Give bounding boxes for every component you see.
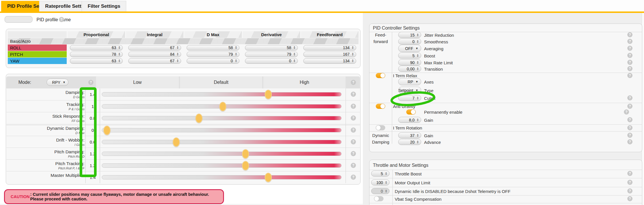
transition-input[interactable]: 0,00▲▼ [398,66,421,72]
drift-wobble-slider-track[interactable] [102,140,342,144]
help-icon[interactable] [88,80,93,85]
tracking-slider-track[interactable] [102,104,342,109]
roll-i-input[interactable]: 67▲▼ [128,45,181,51]
roll-p-input[interactable]: 63▲▼ [70,45,123,51]
slider-thumb[interactable] [265,90,272,99]
spinner-icon[interactable]: ▲▼ [417,134,419,137]
help-icon[interactable] [627,125,632,130]
help-icon[interactable] [627,139,632,144]
spinner-icon[interactable]: ▲▼ [417,40,419,43]
help-icon[interactable] [627,171,632,176]
spinner-icon[interactable]: ▲▼ [118,53,120,56]
pitch-tracking-slider-track[interactable] [102,163,342,168]
spinner-icon[interactable]: ▲▼ [417,96,419,100]
yaw-i-input[interactable]: 67▲▼ [128,58,181,64]
smoothness-input[interactable]: 0▲▼ [398,38,421,45]
spinner-icon[interactable]: ▲▼ [417,140,419,144]
yaw-p-input[interactable]: 63▲▼ [70,58,123,64]
slider-mode-select[interactable]: RPY▼ [47,79,68,86]
spinner-icon[interactable]: ▲▼ [417,61,419,64]
spinner-icon[interactable]: ▲▼ [385,172,387,175]
dynamic-damping-slider-track[interactable] [102,128,342,132]
help-icon[interactable] [351,104,356,109]
roll-d-input[interactable]: 58▲▼ [245,45,298,51]
roll-ff-input[interactable]: 134▲▼ [303,45,356,51]
pitch-p-input[interactable]: 78▲▼ [70,52,123,57]
spinner-icon[interactable]: ▲▼ [385,181,387,184]
slider-thumb[interactable] [172,137,180,147]
help-icon[interactable] [627,104,632,109]
pitch-d-input[interactable]: 79▲▼ [245,52,298,57]
damping-slider-track[interactable] [102,92,342,96]
throttle-boost-input[interactable]: 5▲▼ [371,171,390,177]
spinner-icon[interactable]: ▲▼ [235,53,237,56]
stick-response-slider-track[interactable] [102,116,342,120]
spinner-icon[interactable]: ▲▼ [177,59,179,63]
anti-gravity-toggle[interactable] [376,104,385,109]
iterm-relax-cutoff-input[interactable]: 7▲▼ [398,95,421,101]
yaw-ff-input[interactable]: 134▲▼ [303,58,356,64]
slider-thumb[interactable] [265,173,272,182]
spinner-icon[interactable]: ▲▼ [118,46,120,49]
slider-thumb[interactable] [103,125,110,135]
dynamic-damping-gain-input[interactable]: 37▲▼ [398,132,421,138]
spinner-icon[interactable]: ▲▼ [293,53,296,56]
slider-thumb[interactable] [242,161,249,170]
yaw-d-input[interactable]: 0▲▼ [245,58,298,64]
help-icon[interactable] [627,60,632,65]
help-icon[interactable] [627,73,632,78]
pitch-ff-input[interactable]: 167▲▼ [303,52,356,57]
spinner-icon[interactable]: ▲▼ [417,118,419,122]
slider-thumb[interactable] [195,113,202,123]
spinner-icon[interactable]: ▲▼ [118,59,120,63]
spinner-icon[interactable]: ▲▼ [177,53,179,56]
spinner-icon[interactable]: ▲▼ [352,53,354,56]
anti-gravity-gain-input[interactable]: 8,0▲▼ [398,117,421,123]
iterm-relax-axes-select[interactable]: RP▼ [398,78,421,85]
spinner-icon[interactable]: ▲▼ [235,59,237,63]
help-icon[interactable] [627,32,632,37]
max-rate-limit-input[interactable]: 90▲▼ [398,59,421,65]
spinner-icon[interactable]: ▲▼ [235,46,237,49]
pitch-dmax-input[interactable]: 79▲▼ [187,52,239,57]
motor-output-limit-input[interactable]: 100▲▼ [371,179,390,185]
iterm-rotation-toggle[interactable] [376,125,385,130]
spinner-icon[interactable]: ▲▼ [293,46,296,49]
spinner-icon[interactable]: ▲▼ [352,59,354,63]
help-icon[interactable] [627,188,632,194]
vbat-sag-compensation-toggle[interactable] [374,196,384,201]
spinner-icon[interactable]: ▲▼ [417,67,419,71]
help-icon[interactable] [351,151,356,156]
help-icon[interactable] [624,109,629,115]
help-icon[interactable] [627,196,632,201]
spinner-icon[interactable]: ▲▼ [417,33,419,37]
spinner-icon[interactable]: ▲▼ [352,46,354,49]
help-icon[interactable] [351,127,356,133]
help-icon[interactable] [351,115,356,121]
tab-filter-settings[interactable]: Filter Settings [82,1,126,11]
boost-input[interactable]: 5▲▼ [398,53,421,59]
help-icon[interactable] [351,92,356,97]
pitch-damping-slider-track[interactable] [102,152,342,156]
slider-thumb[interactable] [242,149,249,158]
pid-profile-name-input[interactable] [5,16,32,23]
dynamic-damping-advance-input[interactable]: 20▲▼ [398,139,421,145]
help-icon[interactable] [627,95,632,100]
iterm-relax-toggle[interactable] [376,73,385,78]
help-icon[interactable] [627,53,632,58]
help-icon[interactable] [627,180,632,185]
help-icon[interactable] [59,17,64,22]
help-icon[interactable] [627,39,632,44]
averaging-select[interactable]: OFF▼ [398,45,421,52]
yaw-dmax-input[interactable]: 0▲▼ [187,58,239,64]
help-icon[interactable] [627,117,632,122]
jitter-reduction-input[interactable]: 15▲▼ [398,32,421,38]
help-icon[interactable] [627,133,632,138]
roll-dmax-input[interactable]: 58▲▼ [187,45,239,51]
spinner-icon[interactable]: ▲▼ [177,46,179,49]
help-icon[interactable] [351,163,356,168]
spinner-icon[interactable]: ▲▼ [293,59,296,63]
help-icon[interactable] [351,139,356,144]
slider-thumb[interactable] [219,102,227,111]
help-icon[interactable] [627,46,632,51]
